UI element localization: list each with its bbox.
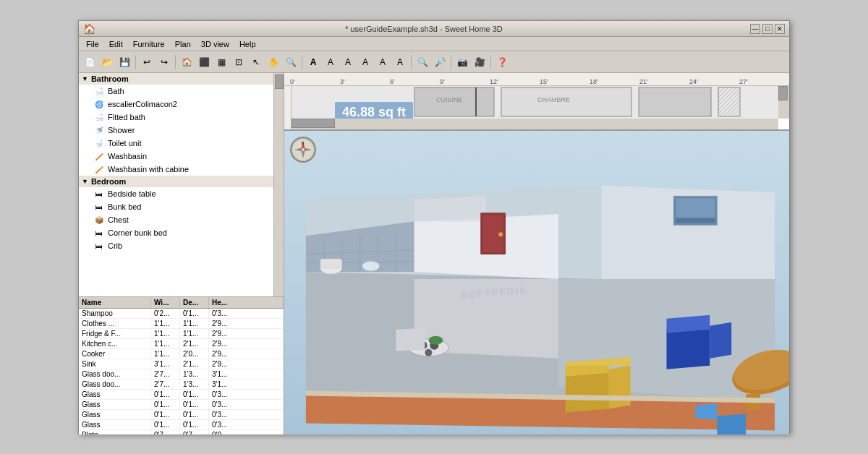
tree-item-fittedbath[interactable]: 🛁 Fitted bath (79, 111, 284, 124)
tree-item-cornerbunk[interactable]: 🛏 Corner bunk bed (79, 226, 284, 239)
add-wall-btn[interactable]: ⬛ (196, 54, 212, 70)
table-row[interactable]: Clothes ... 1'1... 1'1... 2'9... (79, 319, 284, 329)
cell-depth: 0'1... (180, 309, 209, 318)
menu-plan[interactable]: Plan (171, 38, 195, 50)
add-room-btn[interactable]: ▦ (213, 54, 229, 70)
ruler-vertical (284, 86, 292, 129)
main-area: ▼ Bathroom 🛁 Bath 🌀 escalierColimacon2 🛁… (79, 73, 789, 434)
toolbar-sep5 (451, 55, 451, 69)
cell-width: 1'1... (151, 319, 180, 328)
svg-marker-14 (414, 196, 486, 221)
cell-height: 2'9... (209, 339, 284, 348)
table-row[interactable]: Fridge & F... 1'1... 1'1... 2'9... (79, 329, 284, 339)
cell-height: 0'0... (209, 430, 284, 434)
left-panel: ▼ Bathroom 🛁 Bath 🌀 escalierColimacon2 🛁… (79, 73, 284, 434)
new-button[interactable]: 📄 (82, 54, 98, 70)
photo-btn[interactable]: 📷 (454, 54, 470, 70)
minimize-button[interactable]: — (750, 24, 760, 34)
add-dimension-btn[interactable]: ⊡ (231, 54, 247, 70)
zoom-btn[interactable]: 🔍 (283, 54, 299, 70)
plan-scroll-horizontal[interactable] (292, 119, 778, 129)
menu-help[interactable]: Help (235, 38, 260, 50)
tree-item-bath[interactable]: 🛁 Bath (79, 85, 284, 98)
washbasin-label: Washbasin (108, 152, 147, 160)
plan-scroll-vertical[interactable] (778, 86, 789, 119)
table-row[interactable]: Kitchen c... 1'1... 2'1... 2'9... (79, 339, 284, 349)
table-row[interactable]: Sink 3'1... 2'1... 2'9... (79, 359, 284, 369)
svg-marker-35 (609, 366, 631, 409)
table-row[interactable]: Glass 0'1... 0'1... 0'3... (79, 410, 284, 420)
table-row[interactable]: Glass doo... 2'7... 1'3... 3'1... (79, 369, 284, 380)
col-header-name[interactable]: Name (79, 297, 151, 308)
tree-scroll-thumb[interactable] (275, 74, 284, 89)
table-row[interactable]: Cooker 1'1... 2'0... 2'9... (79, 349, 284, 359)
table-row[interactable]: Glass 0'1... 0'1... 0'3... (79, 390, 284, 400)
cell-name: Cooker (79, 349, 151, 359)
cell-name: Glass doo... (79, 369, 151, 379)
table-row[interactable]: Plate 0'7... 0'7... 0'0... (79, 430, 284, 434)
open-button[interactable]: 📂 (99, 54, 115, 70)
undo-button[interactable]: ↩ (139, 54, 155, 70)
text-a4[interactable]: A (357, 54, 373, 70)
tree-item-chest[interactable]: 📦 Chest (79, 213, 284, 226)
cell-width: 0'1... (151, 390, 180, 399)
table-row[interactable]: Glass 0'1... 0'1... 0'3... (79, 400, 284, 410)
tree-item-washbasincab[interactable]: 🪥 Washbasin with cabine (79, 163, 284, 176)
view-3d[interactable]: N SOFTPEDIA (284, 131, 789, 434)
plan-content[interactable]: 46.88 sq ft CUISINE CHAMBRE (292, 86, 778, 119)
text-a5[interactable]: A (375, 54, 391, 70)
tree-item-escalier[interactable]: 🌀 escalierColimacon2 (79, 98, 284, 111)
bedside-label: Bedside table (108, 189, 156, 198)
video-btn[interactable]: 🎥 (472, 54, 488, 70)
col-header-height[interactable]: He... (209, 297, 284, 308)
tree-item-washbasin[interactable]: 🪥 Washbasin (79, 150, 284, 163)
text-a6[interactable]: A (392, 54, 408, 70)
cell-depth: 0'1... (180, 420, 209, 429)
category-bedroom[interactable]: ▼ Bedroom (79, 176, 284, 187)
tree-item-shower[interactable]: 🚿 Shower (79, 124, 284, 137)
tree-item-toilet[interactable]: 🚽 Toilet unit (79, 137, 284, 150)
add-home-btn[interactable]: 🏠 (179, 54, 195, 70)
cell-depth: 1'1... (180, 319, 209, 328)
pan-btn[interactable]: ✋ (265, 54, 281, 70)
svg-marker-63 (695, 404, 717, 420)
select-btn[interactable]: ↖ (248, 54, 264, 70)
table-row[interactable]: Glass 0'1... 0'1... 0'3... (79, 420, 284, 430)
close-button[interactable]: ✕ (775, 24, 785, 34)
tree-item-bunkbed[interactable]: 🛏 Bunk bed (79, 200, 284, 213)
plan-vscroll-thumb[interactable] (778, 86, 788, 100)
redo-button[interactable]: ↪ (156, 54, 172, 70)
cell-name: Glass (79, 420, 151, 429)
table-row[interactable]: Shampoo 0'2... 0'1... 0'3... (79, 309, 284, 319)
plan-hscroll-thumb[interactable] (292, 119, 335, 128)
scene-3d (284, 131, 789, 434)
cell-name: Plate (79, 430, 151, 434)
menu-furniture[interactable]: Furniture (129, 38, 169, 50)
help-btn[interactable]: ❓ (494, 54, 510, 70)
cell-name: Glass doo... (79, 380, 151, 389)
save-button[interactable]: 💾 (116, 54, 132, 70)
col-header-width[interactable]: Wi... (151, 297, 180, 308)
text-a3[interactable]: A (340, 54, 356, 70)
col-header-depth[interactable]: De... (180, 297, 209, 308)
bath-icon: 🛁 (93, 86, 105, 96)
plan-view[interactable]: 0'3'6'9'12'15'18'21'24'27' 46.88 sq ft (284, 73, 789, 131)
svg-text:CUISINE: CUISINE (436, 96, 463, 103)
table-row[interactable]: Glass doo... 2'7... 1'3... 3'1... (79, 380, 284, 390)
tree-scrollbar[interactable] (273, 73, 284, 296)
maximize-button[interactable]: □ (762, 24, 773, 34)
category-bathroom[interactable]: ▼ Bathroom (79, 73, 284, 85)
menu-file[interactable]: File (82, 38, 103, 50)
zoom-out-btn[interactable]: 🔎 (432, 54, 448, 70)
cell-name: Glass (79, 400, 151, 409)
text-a2[interactable]: A (323, 54, 339, 70)
menu-edit[interactable]: Edit (105, 38, 127, 50)
tree-item-crib[interactable]: 🛏 Crib (79, 239, 284, 252)
furniture-tree[interactable]: ▼ Bathroom 🛁 Bath 🌀 escalierColimacon2 🛁… (79, 73, 284, 297)
cell-name: Fridge & F... (79, 329, 151, 338)
tree-item-bedside[interactable]: 🛏 Bedside table (79, 187, 284, 200)
menu-3dview[interactable]: 3D view (197, 38, 234, 50)
text-a1[interactable]: A (305, 54, 321, 70)
cell-height: 0'3... (209, 390, 284, 399)
zoom-in-btn[interactable]: 🔍 (414, 54, 430, 70)
